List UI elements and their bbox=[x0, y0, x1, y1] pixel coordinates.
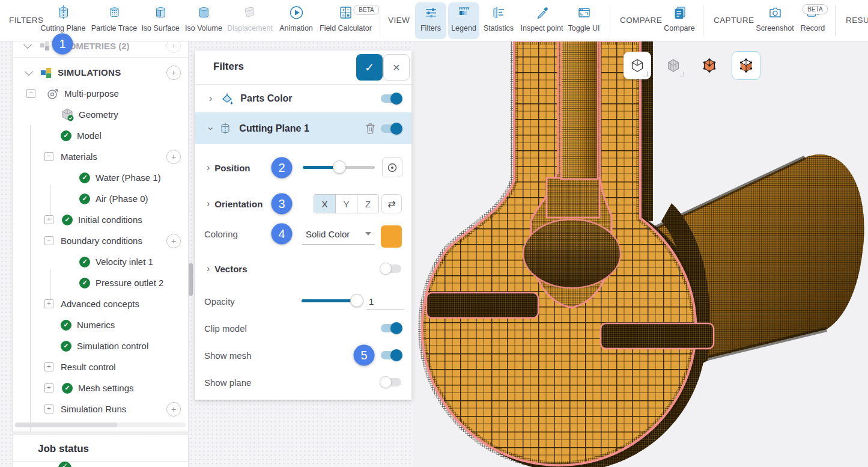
flip-orientation-button[interactable]: ⇄ bbox=[381, 194, 402, 213]
solid-color-swatch[interactable] bbox=[381, 225, 402, 248]
section-label-view: VIEW bbox=[388, 16, 410, 25]
compare-documents-icon bbox=[654, 4, 705, 22]
tree-item-numerics[interactable]: ✓ Numerics bbox=[13, 314, 188, 335]
chevron-right-icon[interactable]: › bbox=[207, 263, 210, 274]
parts-color-row[interactable]: › Parts Color bbox=[195, 84, 411, 113]
tree-item-simulation-control[interactable]: ✓ Simulation control bbox=[13, 335, 188, 356]
toolbar-filters-button[interactable]: Filters bbox=[415, 2, 446, 39]
default-view-button[interactable] bbox=[624, 52, 651, 79]
workspace: GEOMETRIES (2) + SIMULATIONS + − Mult bbox=[0, 41, 868, 467]
tree-item-model[interactable]: ✓ Model bbox=[13, 125, 188, 146]
position-slider[interactable] bbox=[303, 166, 375, 169]
tree-item-water-phase-1[interactable]: ✓ Water (Phase 1) bbox=[13, 167, 188, 188]
clip-model-row: Clip model bbox=[195, 315, 411, 341]
toolbar-cutting-plane-button[interactable]: Cutting Plane bbox=[37, 4, 89, 32]
add-boundary-condition-button[interactable]: + bbox=[166, 234, 181, 248]
simulations-icon bbox=[40, 66, 53, 79]
axis-y-button[interactable]: Y bbox=[336, 195, 357, 213]
opacity-value-field[interactable]: 1 bbox=[369, 296, 374, 307]
toolbar-divider bbox=[380, 5, 380, 36]
coloring-row: Coloring Solid Color bbox=[195, 221, 411, 247]
toolbar-toggle-ui-button[interactable]: Toggle UI bbox=[558, 4, 610, 32]
tree-rows: SIMULATIONS + − Multi-purpose Geometry ✓… bbox=[13, 58, 188, 420]
iso-volume-icon bbox=[178, 4, 229, 22]
coloring-select-value[interactable]: Solid Color bbox=[306, 229, 350, 239]
tree-item-velocity-inlet-1[interactable]: ✓ Velocity inlet 1 bbox=[13, 251, 188, 272]
job-success-icon: ✓ bbox=[58, 462, 71, 467]
add-simulation-button[interactable]: + bbox=[166, 66, 181, 80]
add-material-button[interactable]: + bbox=[166, 150, 181, 164]
delete-trash-icon[interactable] bbox=[365, 123, 375, 134]
opacity-slider[interactable] bbox=[302, 299, 362, 302]
vectors-toggle[interactable] bbox=[381, 264, 401, 273]
tree-item-pressure-outlet-2[interactable]: ✓ Pressure outlet 2 bbox=[13, 272, 188, 293]
toolbar-particle-trace-button[interactable]: Particle Trace bbox=[88, 4, 140, 32]
tree-item-boundary-conditions[interactable]: − Boundary conditions + bbox=[13, 230, 188, 251]
apply-button[interactable]: ✓ bbox=[356, 54, 383, 81]
tree-item-air-phase-0[interactable]: ✓ Air (Phase 0) bbox=[13, 188, 188, 209]
tree-item-materials[interactable]: − Materials + bbox=[13, 146, 188, 167]
solid-view-button[interactable] bbox=[696, 52, 723, 79]
displacement-icon bbox=[224, 4, 276, 22]
axis-x-button[interactable]: X bbox=[314, 195, 336, 213]
mesh-view-button[interactable] bbox=[660, 52, 687, 79]
close-button[interactable]: × bbox=[383, 54, 410, 81]
tree-item-simulation-runs[interactable]: + Simulation Runs + bbox=[13, 398, 188, 420]
tree-item-geometries-clipped[interactable]: GEOMETRIES (2) + bbox=[13, 40, 188, 58]
add-simulation-run-button[interactable]: + bbox=[166, 402, 181, 417]
expand-box[interactable]: + bbox=[44, 215, 53, 224]
tree-horizontal-scrollbar[interactable] bbox=[15, 423, 186, 427]
step-badge-5: 5 bbox=[354, 345, 375, 366]
tree-item-mesh-settings[interactable]: + ✓ Mesh settings bbox=[13, 377, 188, 398]
toolbar-animation-button[interactable]: Animation bbox=[270, 4, 322, 32]
chevron-right-icon[interactable]: › bbox=[209, 93, 212, 104]
check-icon: ✓ bbox=[79, 194, 90, 204]
tree-item-result-control[interactable]: + Result control bbox=[13, 356, 188, 377]
toolbar-compare-button[interactable]: Compare bbox=[654, 4, 705, 32]
orientation-row: › Orientation X Y Z ⇄ bbox=[195, 191, 411, 217]
check-icon: ✓ bbox=[62, 383, 73, 394]
valve-plug-dome bbox=[523, 219, 621, 288]
expand-box[interactable]: + bbox=[44, 299, 53, 308]
ball-slot-right bbox=[601, 323, 714, 349]
chevron-right-icon[interactable]: › bbox=[207, 162, 210, 173]
parts-color-toggle[interactable] bbox=[381, 94, 401, 103]
tree-item-multi-purpose[interactable]: − Multi-purpose bbox=[13, 83, 188, 104]
multi-purpose-icon bbox=[46, 87, 59, 100]
toolbar-displacement-button: Displacement bbox=[224, 4, 276, 32]
expand-box[interactable]: + bbox=[44, 383, 53, 392]
show-plane-row: Show plane bbox=[195, 369, 411, 395]
window-icon bbox=[558, 4, 610, 22]
valve-seat-collar bbox=[547, 178, 599, 218]
chevron-right-icon[interactable]: › bbox=[207, 198, 210, 209]
collapse-box[interactable]: − bbox=[44, 152, 53, 161]
show-mesh-toggle[interactable] bbox=[381, 351, 401, 359]
show-plane-toggle[interactable] bbox=[381, 378, 401, 386]
view-expand-mark bbox=[679, 72, 684, 76]
axis-z-button[interactable]: Z bbox=[357, 195, 378, 213]
panel-scrollbar-thumb[interactable] bbox=[189, 263, 193, 296]
toolbar-iso-volume-button[interactable]: Iso Volume bbox=[178, 4, 229, 32]
tree-item-initial-conditions[interactable]: + ✓ Initial conditions bbox=[13, 209, 188, 230]
collapse-box[interactable]: − bbox=[26, 89, 35, 98]
position-reset-button[interactable] bbox=[382, 157, 402, 177]
vectors-row: › Vectors bbox=[195, 255, 411, 282]
3d-viewport[interactable] bbox=[413, 41, 868, 467]
solid-mesh-view-button[interactable] bbox=[732, 51, 760, 80]
top-toolbar: FILTERS Cutting Plane Particle Trace Iso… bbox=[0, 0, 868, 41]
close-icon: × bbox=[393, 60, 400, 75]
orientation-axis-selector: X Y Z bbox=[314, 194, 379, 213]
collapse-box[interactable]: − bbox=[44, 236, 53, 245]
clip-model-toggle[interactable] bbox=[381, 324, 401, 332]
cutting-plane-toggle[interactable] bbox=[381, 124, 401, 133]
chevron-down-icon[interactable]: › bbox=[205, 127, 216, 130]
chevron-down-icon[interactable] bbox=[365, 232, 371, 236]
tree-item-advanced-concepts[interactable]: + Advanced concepts bbox=[13, 293, 188, 314]
tree-item-geometry[interactable]: Geometry bbox=[13, 104, 188, 125]
cutting-plane-1-row[interactable]: › Cutting Plane 1 bbox=[195, 112, 411, 144]
expand-box[interactable]: + bbox=[44, 362, 53, 371]
check-icon: ✓ bbox=[79, 172, 90, 183]
expand-box[interactable]: + bbox=[44, 404, 53, 414]
tree-item-simulations[interactable]: SIMULATIONS + bbox=[13, 62, 188, 83]
add-geometry-button[interactable]: + bbox=[166, 40, 181, 53]
